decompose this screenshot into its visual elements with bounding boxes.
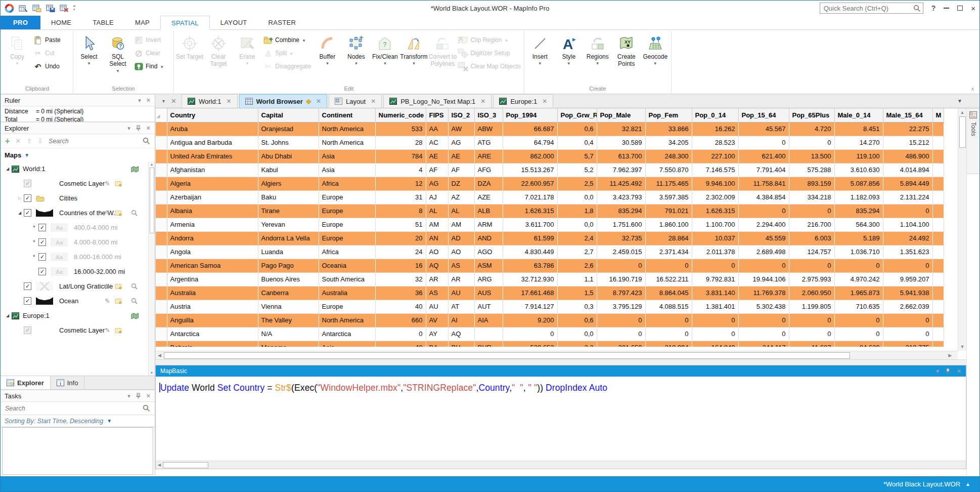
tree-item-400-0-4-000-mi[interactable]: *✓Aa400,0-4.000 mi <box>1 220 155 235</box>
column-header-continent[interactable]: Continent <box>319 108 375 122</box>
qat-save-table-icon[interactable] <box>46 4 55 12</box>
cell[interactable]: 64.794 <box>503 136 557 149</box>
cell[interactable] <box>932 204 944 218</box>
cell[interactable]: 4 <box>375 163 426 177</box>
cell[interactable]: 5.302.438 <box>738 300 789 313</box>
cell[interactable]: 1.182.093 <box>834 190 883 204</box>
cell[interactable]: 7.914.127 <box>503 300 557 313</box>
table-row[interactable]: ArgentinaBuenos AiresSouth America32ARAR… <box>156 272 944 286</box>
layer-visibility-checkbox[interactable]: ✓ <box>24 326 31 334</box>
search-icon[interactable] <box>143 137 150 145</box>
geocode-button[interactable]: Geocode▼ <box>641 31 670 85</box>
edit-pencil-icon[interactable]: ✎ <box>105 283 110 290</box>
cell[interactable]: BA <box>426 341 448 347</box>
cell[interactable]: 8 <box>375 204 426 218</box>
tools-dock-tab[interactable]: Tools <box>967 108 979 174</box>
cell[interactable]: 0,6 <box>557 122 597 136</box>
selectable-icon[interactable] <box>115 180 122 187</box>
cell[interactable]: 1.860.100 <box>645 218 692 231</box>
add-layer-icon[interactable]: + <box>5 137 10 146</box>
cell[interactable]: 16 <box>375 259 426 272</box>
cell[interactable]: 2.371.434 <box>645 245 692 259</box>
cell[interactable]: 1,8 <box>557 204 597 218</box>
cell[interactable]: 0 <box>375 327 426 341</box>
cell[interactable]: 24 <box>375 245 426 259</box>
cell[interactable]: 0 <box>834 327 883 341</box>
remove-layer-icon[interactable]: ✕ <box>15 137 21 145</box>
cell[interactable]: Andorra La Vella <box>258 231 319 245</box>
cell[interactable]: 0 <box>738 204 789 218</box>
document-tab-layout[interactable]: Layout✕ <box>329 94 382 108</box>
cell[interactable]: 28 <box>375 136 426 149</box>
cell[interactable]: 0,4 <box>557 136 597 149</box>
cell[interactable]: 28.864 <box>645 231 692 245</box>
close-tab-icon[interactable]: ✕ <box>542 98 547 105</box>
cell[interactable]: Oceania <box>319 259 375 272</box>
column-header-male-0-14[interactable]: Male_0_14 <box>834 108 883 122</box>
cell[interactable]: 0,0 <box>557 190 597 204</box>
cell[interactable]: 3.597.385 <box>645 190 692 204</box>
cell[interactable]: 51 <box>375 218 426 231</box>
edit-pencil-icon[interactable]: ✎ <box>105 180 110 187</box>
quick-search-input[interactable] <box>824 5 913 12</box>
tasks-search-field[interactable] <box>1 402 155 415</box>
cell[interactable]: Europe <box>319 231 375 245</box>
cell[interactable]: 893.159 <box>789 177 834 190</box>
cell[interactable]: Oranjestad <box>258 122 319 136</box>
cell[interactable]: 0 <box>597 327 645 341</box>
cell[interactable]: Bahrain <box>167 341 258 347</box>
ribbon-tab-raster[interactable]: RASTER <box>258 16 307 29</box>
cell[interactable]: 0,6 <box>557 313 597 327</box>
cell[interactable]: DZ <box>448 177 474 190</box>
cell[interactable]: 0 <box>883 259 932 272</box>
cell[interactable]: AA <box>426 122 448 136</box>
cell[interactable]: AR <box>426 272 448 286</box>
style-swatch[interactable]: Aa <box>51 238 68 247</box>
cell[interactable]: North America <box>319 313 375 327</box>
cell[interactable]: 613.700 <box>597 149 645 163</box>
collapse-ribbon-icon[interactable]: ∧ <box>971 86 974 92</box>
close-tab-icon[interactable]: ✕ <box>316 98 321 105</box>
cell[interactable] <box>932 122 944 136</box>
qat-customize-icon[interactable]: ▾ <box>73 6 75 11</box>
cell[interactable]: 12 <box>375 177 426 190</box>
table-row[interactable]: AlbaniaTiraneEurope8ALALALB1.626.3151,88… <box>156 204 944 218</box>
cell[interactable]: 5.941.938 <box>883 286 932 300</box>
cell[interactable]: 7.550.870 <box>645 163 692 177</box>
ribbon-tab-table[interactable]: TABLE <box>82 16 124 29</box>
scroll-up-icon[interactable]: ▲ <box>960 110 965 115</box>
mapbasic-editor[interactable]: Update World Set Country = Str$(Exec("Wi… <box>156 377 966 461</box>
scrollbar-thumb[interactable] <box>150 168 154 233</box>
cell[interactable]: 119.100 <box>834 149 883 163</box>
cell[interactable]: AT <box>448 300 474 313</box>
close-icon[interactable]: ✕ <box>957 368 961 375</box>
cell[interactable]: AJ <box>426 190 448 204</box>
cell[interactable] <box>932 286 944 300</box>
create-points-button[interactable]: XYCreate Points <box>612 31 641 85</box>
table-row[interactable]: AustraliaCanberraAustralia36ASAUAUS17.66… <box>156 286 944 300</box>
dock-tab-info[interactable]: iInfo <box>51 376 85 389</box>
cell[interactable]: 0,0 <box>557 327 597 341</box>
scrollbar-thumb[interactable] <box>163 462 208 468</box>
chevron-down-icon[interactable]: ▾ <box>138 97 141 104</box>
cell[interactable]: Yerevan <box>258 218 319 231</box>
cell[interactable]: AQ <box>426 259 448 272</box>
cell[interactable]: 30.589 <box>597 136 645 149</box>
cell[interactable]: North America <box>319 136 375 149</box>
cell[interactable]: 2,7 <box>557 245 597 259</box>
cell[interactable]: Abu Dhabi <box>258 149 319 163</box>
ribbon-tab-pro[interactable]: PRO <box>1 16 40 29</box>
maps-section-header[interactable]: Maps ▼ <box>1 148 155 161</box>
scrollbar-thumb[interactable] <box>164 352 850 359</box>
transform-button[interactable]: Transform▼ <box>399 31 428 85</box>
cell[interactable]: 16.522.211 <box>645 272 692 286</box>
tree-item-cosmetic-layer[interactable]: ✓Cosmetic Layer✎ <box>1 176 155 191</box>
cell[interactable] <box>932 313 944 327</box>
cell[interactable]: 11.425.492 <box>597 177 645 190</box>
column-header-numeric-code[interactable]: Numeric_code <box>375 108 426 122</box>
document-tab-europe-1[interactable]: Europe:1✕ <box>493 94 553 108</box>
row-handle[interactable] <box>156 231 167 245</box>
cell[interactable]: AO <box>448 245 474 259</box>
cell[interactable]: AD <box>448 231 474 245</box>
cell[interactable]: 5.087.856 <box>834 177 883 190</box>
